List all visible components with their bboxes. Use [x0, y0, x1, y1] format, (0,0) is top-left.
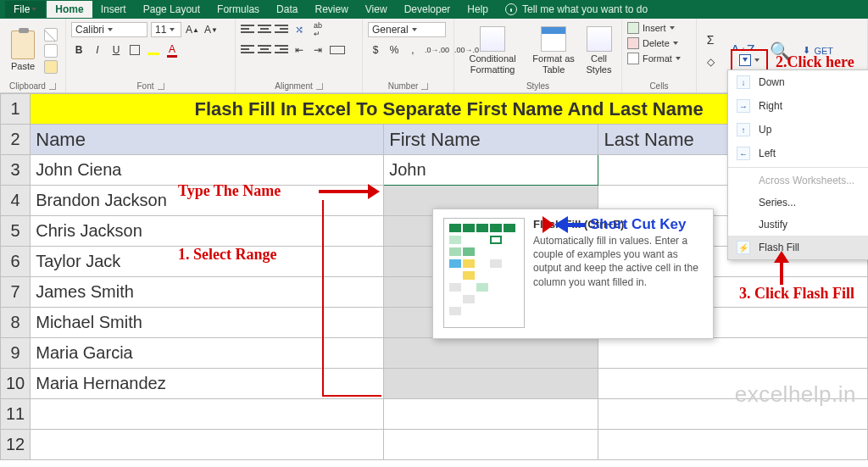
fill-menu-flash-fill[interactable]: ⚡Flash Fill: [728, 236, 868, 259]
cell-C9[interactable]: [598, 338, 868, 369]
cell-B3[interactable]: John: [384, 155, 598, 186]
row-header-1[interactable]: 1: [1, 94, 31, 125]
clear-button[interactable]: ◇: [702, 54, 719, 69]
arrow-up-icon: ↑: [737, 123, 750, 136]
align-left-icon[interactable]: [241, 45, 254, 55]
file-tab-dropdown-icon: [31, 8, 36, 11]
row-header-10[interactable]: 10: [1, 369, 31, 399]
cell-C12[interactable]: [598, 430, 868, 460]
file-tab[interactable]: File: [5, 1, 45, 18]
tab-formulas[interactable]: Formulas: [209, 1, 268, 18]
tab-view[interactable]: View: [357, 1, 396, 18]
cell-A11[interactable]: [31, 399, 384, 430]
orientation-icon[interactable]: ⤭: [292, 22, 307, 37]
number-format-select[interactable]: General: [368, 22, 446, 37]
delete-cells-button[interactable]: Delete: [627, 37, 678, 49]
align-right-icon[interactable]: [275, 45, 288, 55]
format-painter-icon[interactable]: [44, 60, 58, 74]
fill-split-button[interactable]: [731, 49, 768, 71]
cell-B11[interactable]: [384, 399, 598, 430]
wrap-text-icon[interactable]: ab↵: [310, 22, 326, 37]
conditional-formatting-button[interactable]: Conditional Formatting: [459, 25, 526, 75]
fill-menu-series[interactable]: Series...: [728, 192, 868, 214]
fill-menu-right[interactable]: →Right: [728, 94, 868, 118]
fill-dropdown-icon: [754, 58, 760, 62]
decrease-indent-icon[interactable]: ⇤: [292, 42, 307, 58]
accounting-format-icon[interactable]: $: [368, 42, 383, 58]
cell-A2-header[interactable]: Name: [31, 125, 384, 155]
cell-A7[interactable]: James Smith: [31, 277, 384, 308]
align-top-icon[interactable]: [241, 25, 254, 35]
row-header-12[interactable]: 12: [1, 430, 31, 460]
copy-icon[interactable]: [44, 44, 58, 58]
tab-review[interactable]: Review: [306, 1, 356, 18]
row-header-3[interactable]: 3: [1, 155, 31, 186]
align-bottom-icon[interactable]: [275, 25, 288, 35]
fill-menu-left[interactable]: ←Left: [728, 142, 868, 165]
cell-B10[interactable]: [384, 369, 598, 399]
row-header-5[interactable]: 5: [1, 216, 31, 247]
tab-help[interactable]: Help: [459, 1, 497, 18]
comma-format-icon[interactable]: ,: [405, 42, 420, 58]
increase-font-icon[interactable]: A▲: [185, 22, 200, 37]
fill-menu-up[interactable]: ↑Up: [728, 118, 868, 142]
autosum-button[interactable]: Σ: [702, 32, 719, 47]
dialog-launcher-icon[interactable]: [316, 83, 323, 90]
dialog-launcher-icon[interactable]: [421, 83, 428, 90]
annotation-select-range-line-v: [322, 200, 324, 397]
increase-indent-icon[interactable]: ⇥: [310, 42, 326, 58]
cell-styles-button[interactable]: Cell Styles: [581, 25, 616, 75]
tab-page-layout[interactable]: Page Layout: [135, 1, 209, 18]
cell-B12[interactable]: [384, 430, 598, 460]
dialog-launcher-icon[interactable]: [49, 83, 56, 90]
merge-center-icon[interactable]: [329, 42, 346, 58]
annotation-type-name: Type The Name: [178, 182, 281, 200]
tab-insert[interactable]: Insert: [92, 1, 135, 18]
format-cells-button[interactable]: Format: [627, 53, 681, 64]
tab-data[interactable]: Data: [268, 1, 306, 18]
cell-B9[interactable]: [384, 338, 598, 369]
file-tab-label: File: [14, 3, 30, 15]
cell-B2-header[interactable]: First Name: [384, 125, 598, 155]
font-color-button[interactable]: A: [164, 42, 180, 58]
border-button[interactable]: [127, 42, 142, 58]
fill-menu-down[interactable]: ↓Down: [728, 70, 868, 94]
underline-button[interactable]: U: [108, 42, 124, 58]
fill-menu-justify[interactable]: Justify: [728, 214, 868, 236]
row-header-6[interactable]: 6: [1, 247, 31, 277]
cell-A12[interactable]: [31, 430, 384, 460]
align-middle-icon[interactable]: [258, 25, 271, 35]
cut-icon[interactable]: [44, 28, 58, 42]
increase-decimal-icon[interactable]: .0→.00: [424, 42, 450, 58]
group-font: Calibri 11 A▲ A▼ B I U A Font: [66, 19, 236, 92]
format-as-table-icon: [541, 26, 566, 52]
decrease-font-icon[interactable]: A▼: [203, 22, 219, 37]
align-center-icon[interactable]: [258, 45, 271, 55]
cell-A9[interactable]: Maria Garcia: [31, 338, 384, 369]
row-header-8[interactable]: 8: [1, 308, 31, 338]
insert-cells-button[interactable]: Insert: [627, 22, 675, 34]
arrow-right-icon: →: [737, 99, 750, 113]
tab-developer[interactable]: Developer: [396, 1, 459, 18]
font-size-select[interactable]: 11: [151, 22, 181, 37]
fill-color-button[interactable]: [146, 42, 161, 58]
format-as-table-button[interactable]: Format as Table: [529, 25, 578, 75]
tell-me-search[interactable]: Tell me what you want to do: [505, 3, 648, 15]
percent-format-icon[interactable]: %: [387, 42, 402, 58]
italic-button[interactable]: I: [90, 42, 105, 58]
paste-button[interactable]: Paste: [5, 31, 41, 71]
tab-home[interactable]: Home: [47, 1, 92, 18]
font-name-select[interactable]: Calibri: [71, 22, 147, 37]
conditional-formatting-icon: [480, 26, 505, 52]
cell-A5[interactable]: Chris Jackson: [31, 216, 384, 247]
row-header-9[interactable]: 9: [1, 338, 31, 369]
bold-button[interactable]: B: [71, 42, 86, 58]
dialog-launcher-icon[interactable]: [158, 83, 164, 90]
row-header-2[interactable]: 2: [1, 125, 31, 155]
row-header-11[interactable]: 11: [1, 399, 31, 430]
row-header-7[interactable]: 7: [1, 277, 31, 308]
cell-A8[interactable]: Michael Smith: [31, 308, 384, 338]
row-header-4[interactable]: 4: [1, 186, 31, 216]
cell-A3[interactable]: John Ciena: [31, 155, 384, 186]
title-bar: File Home Insert Page Layout Formulas Da…: [0, 0, 868, 19]
